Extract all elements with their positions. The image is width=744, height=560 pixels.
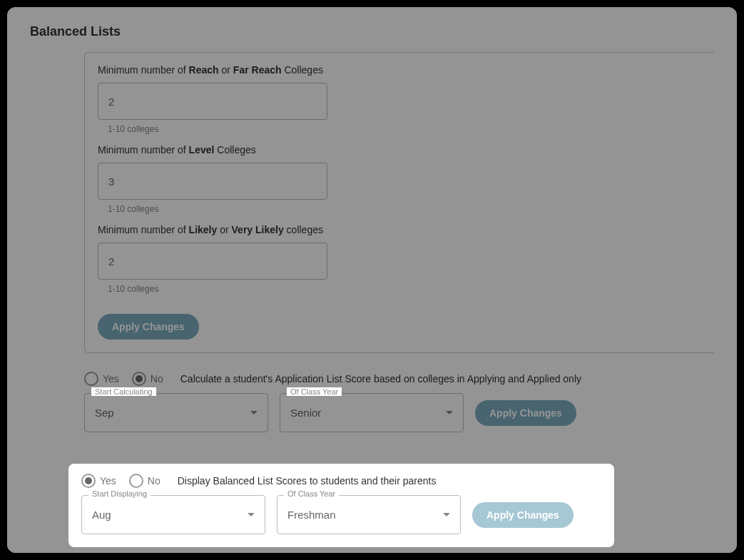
calc-year-field: Of Class Year Senior: [280, 393, 464, 432]
calc-start-field: Start Calculating Sep: [84, 393, 268, 432]
chevron-down-icon: [248, 513, 255, 516]
calc-year-legend: Of Class Year: [287, 387, 342, 396]
apply-display-button[interactable]: Apply Changes: [472, 502, 574, 528]
display-start-legend: Start Displaying: [88, 489, 151, 498]
display-description: Display Balanced List Scores to students…: [178, 475, 437, 487]
likely-field-group: Minimum number of Likely or Very Likely …: [98, 224, 701, 294]
display-start-value: Aug: [92, 509, 111, 521]
display-section: Yes No Display Balanced List Scores to s…: [68, 464, 614, 547]
display-radio-row: Yes No Display Balanced List Scores to s…: [81, 474, 601, 488]
level-helper: 1-10 colleges: [108, 204, 701, 214]
calc-start-select[interactable]: Sep: [84, 393, 268, 432]
apply-calc-button[interactable]: Apply Changes: [475, 400, 576, 426]
display-start-field: Start Displaying Aug: [81, 495, 265, 534]
level-input[interactable]: [98, 163, 327, 200]
chevron-down-icon: [250, 411, 258, 414]
apply-minimums-button[interactable]: Apply Changes: [98, 314, 199, 340]
display-no-radio-wrap[interactable]: No: [129, 474, 160, 488]
calculate-radio-row: Yes No Calculate a student's Application…: [84, 372, 714, 386]
likely-input[interactable]: [98, 243, 327, 280]
calc-no-label: No: [151, 373, 163, 385]
display-year-select[interactable]: Freshman: [277, 495, 461, 534]
display-year-value: Freshman: [287, 509, 336, 521]
calc-start-legend: Start Calculating: [91, 387, 156, 396]
section-title: Balanced Lists: [30, 24, 714, 39]
level-field-group: Minimum number of Level Colleges 1-10 co…: [98, 144, 701, 214]
calc-description: Calculate a student's Application List S…: [180, 373, 581, 385]
settings-window: Balanced Lists Minimum number of Reach o…: [7, 7, 737, 553]
calc-start-value: Sep: [95, 407, 114, 419]
calc-year-select[interactable]: Senior: [280, 393, 464, 432]
chevron-down-icon: [446, 411, 453, 414]
calc-no-radio-wrap[interactable]: No: [132, 372, 163, 386]
radio-icon: [84, 372, 98, 386]
level-label: Minimum number of Level Colleges: [98, 144, 701, 156]
radio-icon: [129, 474, 143, 488]
calc-yes-label: Yes: [103, 373, 119, 385]
main-panel: Minimum number of Reach or Far Reach Col…: [84, 52, 714, 432]
display-year-legend: Of Class Year: [284, 489, 339, 498]
likely-helper: 1-10 colleges: [108, 284, 701, 294]
display-start-select[interactable]: Aug: [81, 495, 265, 534]
calc-select-row: Start Calculating Sep Of Class Year Seni…: [84, 393, 714, 432]
reach-input[interactable]: [98, 83, 327, 120]
calculate-section: Yes No Calculate a student's Application…: [84, 372, 714, 432]
calc-yes-radio-wrap[interactable]: Yes: [84, 372, 119, 386]
display-yes-label: Yes: [100, 475, 116, 487]
likely-label: Minimum number of Likely or Very Likely …: [98, 224, 701, 235]
radio-icon: [132, 372, 146, 386]
display-year-field: Of Class Year Freshman: [277, 495, 461, 534]
calc-year-value: Senior: [290, 407, 321, 419]
display-no-label: No: [148, 475, 160, 487]
display-yes-radio-wrap[interactable]: Yes: [81, 474, 116, 488]
display-select-row: Start Displaying Aug Of Class Year Fresh…: [81, 495, 601, 534]
chevron-down-icon: [443, 513, 450, 516]
minimums-box: Minimum number of Reach or Far Reach Col…: [84, 52, 714, 353]
reach-label: Minimum number of Reach or Far Reach Col…: [98, 64, 701, 76]
reach-field-group: Minimum number of Reach or Far Reach Col…: [98, 64, 701, 134]
reach-helper: 1-10 colleges: [108, 124, 701, 134]
radio-icon: [81, 474, 96, 488]
